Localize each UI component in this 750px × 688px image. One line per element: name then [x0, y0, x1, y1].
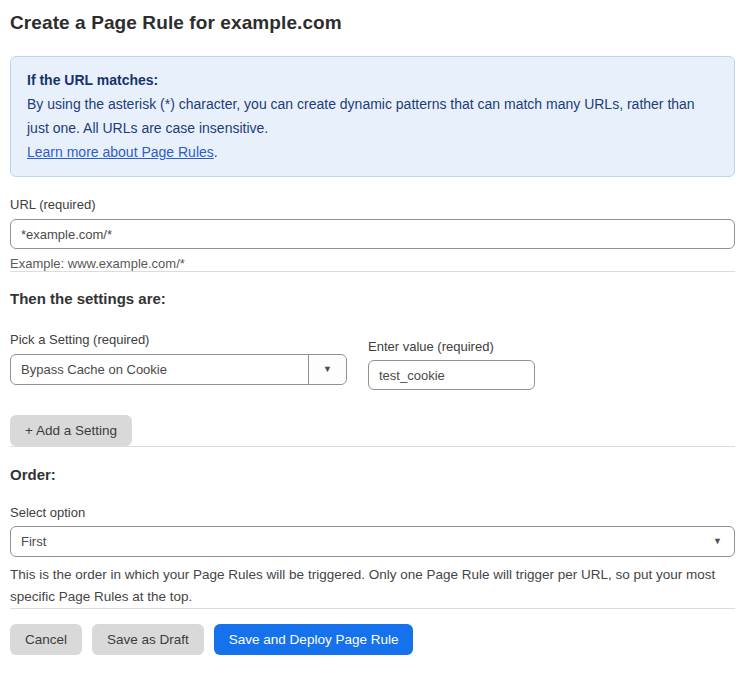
order-select-group: Select option First ▼ This is the order … [10, 505, 735, 608]
url-input[interactable] [10, 219, 735, 249]
create-page-rule-form: Create a Page Rule for example.com If th… [0, 0, 750, 655]
save-and-deploy-button[interactable]: Save and Deploy Page Rule [214, 624, 414, 655]
add-setting-button[interactable]: + Add a Setting [10, 415, 132, 446]
info-box-link-line: Learn more about Page Rules. [27, 140, 718, 164]
info-box-heading: If the URL matches: [27, 68, 718, 92]
divider [10, 446, 735, 447]
order-select-dropdown[interactable]: First ▼ [10, 526, 735, 557]
url-field-label: URL (required) [10, 197, 735, 212]
cancel-button[interactable]: Cancel [10, 624, 82, 655]
learn-more-link[interactable]: Learn more about Page Rules [27, 144, 214, 160]
order-section-heading: Order: [10, 466, 735, 483]
chevron-down-icon: ▼ [713, 537, 722, 546]
order-arrow-wrap: ▼ [713, 537, 734, 546]
order-helper-text: This is the order in which your Page Rul… [10, 564, 730, 608]
order-select-label: Select option [10, 505, 735, 520]
setting-value-group: Enter value (required) [368, 339, 535, 390]
footer-buttons: Cancel Save as Draft Save and Deploy Pag… [10, 624, 735, 655]
save-as-draft-button[interactable]: Save as Draft [92, 624, 204, 655]
link-suffix: . [214, 144, 218, 160]
dropdown-arrow-button[interactable]: ▼ [308, 355, 346, 384]
page-title: Create a Page Rule for example.com [10, 12, 735, 34]
settings-row: Pick a Setting (required) Bypass Cache o… [10, 332, 735, 390]
url-field-group: URL (required) Example: www.example.com/… [10, 197, 735, 271]
setting-picker-label: Pick a Setting (required) [10, 332, 347, 347]
setting-picker-group: Pick a Setting (required) Bypass Cache o… [10, 332, 347, 390]
chevron-down-icon: ▼ [323, 365, 332, 374]
info-box-body: By using the asterisk (*) character, you… [27, 92, 718, 140]
setting-picker-dropdown[interactable]: Bypass Cache on Cookie ▼ [10, 354, 347, 385]
url-matches-info-box: If the URL matches: By using the asteris… [10, 56, 735, 177]
url-helper-text: Example: www.example.com/* [10, 256, 735, 271]
divider [10, 271, 735, 272]
order-select-value: First [11, 534, 713, 549]
setting-value-input[interactable] [368, 360, 535, 390]
divider [10, 608, 735, 609]
setting-picker-value: Bypass Cache on Cookie [11, 362, 308, 377]
settings-section-heading: Then the settings are: [10, 290, 735, 307]
setting-value-label: Enter value (required) [368, 339, 535, 354]
